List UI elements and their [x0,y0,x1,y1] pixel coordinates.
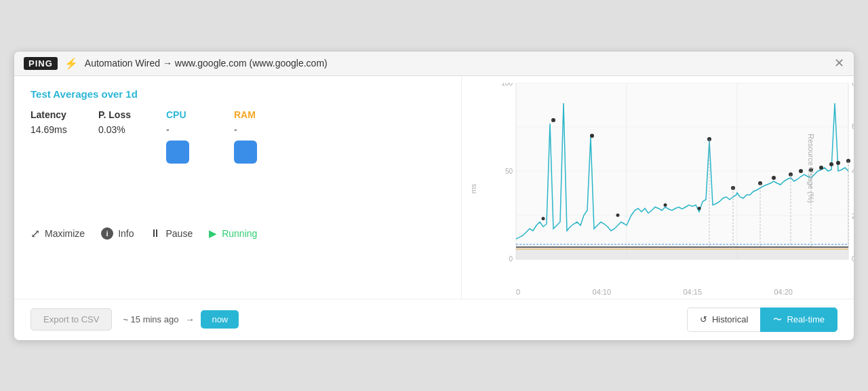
arrow-icon: → [185,314,194,324]
ploss-value: 0.03% [98,124,166,135]
period-label: 1d [125,88,138,100]
ping-badge: PING [24,57,58,70]
cpu-swatch-col[interactable] [166,141,234,166]
maximize-icon: ⤢ [31,227,40,241]
titlebar: PING ⚡ Automation Wired → www.google.com… [14,52,854,76]
latency-header: Latency [31,109,98,120]
time-ago-label: ~ 15 mins ago [123,314,178,324]
svg-text:0: 0 [509,255,513,263]
svg-point-33 [542,217,545,220]
close-button[interactable]: ✕ [834,57,844,69]
ram-header: RAM [234,109,302,120]
ram-value: - [234,124,302,135]
y-left-label: ms [469,183,477,193]
export-csv-button[interactable]: Export to CSV [31,308,112,331]
svg-text:40: 40 [852,168,854,175]
right-panel: ms Resource Usage (%) [462,76,854,299]
now-button[interactable]: now [201,310,239,329]
y-right-label: Resource Usage (%) [807,133,815,202]
main-window: PING ⚡ Automation Wired → www.google.com… [14,51,854,341]
svg-text:60: 60 [852,123,854,130]
svg-point-25 [772,176,776,180]
info-label: Info [118,228,134,239]
svg-text:20: 20 [852,212,854,220]
maximize-label: Maximize [45,228,85,239]
chart-svg: 100 50 0 80 60 40 20 0 [489,83,854,286]
running-button[interactable]: ▶ Running [209,227,257,240]
svg-point-27 [799,169,803,173]
chart-wrapper: ms Resource Usage (%) [489,83,813,299]
maximize-button[interactable]: ⤢ Maximize [31,227,85,241]
svg-text:100: 100 [501,83,513,87]
titlebar-title: Automation Wired → www.google.com (www.g… [85,58,827,69]
historical-label: Historical [712,314,748,324]
latency-value: 14.69ms [31,124,98,135]
pause-label: Pause [165,228,193,239]
svg-point-21 [590,134,594,138]
svg-point-31 [836,161,840,165]
realtime-icon: 〜 [773,314,782,326]
test-averages-title: Test Averages over 1d [31,88,445,100]
svg-text:0: 0 [852,255,854,263]
x-axis-labels: 0 04:10 04:15 04:20 [489,286,813,299]
swatches-row [31,141,445,166]
info-icon: i [101,227,113,240]
main-content: Test Averages over 1d Latency P. Loss CP… [14,76,854,299]
historical-icon: ↺ [700,314,707,324]
info-button[interactable]: i Info [101,227,134,240]
x-label-1: 04:10 [593,288,612,296]
lightning-icon: ⚡ [64,57,78,70]
cpu-header: CPU [166,109,234,120]
realtime-button[interactable]: 〜 Real-time [760,308,837,332]
cpu-value: - [166,124,234,135]
svg-rect-43 [516,248,848,259]
svg-point-36 [698,206,701,210]
running-icon: ▶ [209,227,217,240]
ploss-header: P. Loss [98,109,166,120]
stats-values: 14.69ms 0.03% - - [31,124,445,135]
x-label-0: 0 [516,288,520,296]
realtime-label: Real-time [787,314,825,324]
bottom-bar: Export to CSV ~ 15 mins ago → now ↺ Hist… [14,299,854,340]
svg-text:50: 50 [505,168,513,175]
time-nav: ~ 15 mins ago → now [123,310,239,329]
ram-color-swatch[interactable] [234,141,257,164]
svg-point-35 [664,203,667,206]
x-label-2: 04:15 [684,288,703,296]
left-panel: Test Averages over 1d Latency P. Loss CP… [14,76,462,299]
svg-point-34 [616,213,620,217]
pause-button[interactable]: ⏸ Pause [150,227,193,240]
x-label-3: 04:20 [774,288,793,296]
view-toggle: ↺ Historical 〜 Real-time [687,308,837,332]
pause-icon: ⏸ [150,227,161,240]
action-bar: ⤢ Maximize i Info ⏸ Pause ▶ Running [31,220,445,241]
svg-point-29 [819,166,823,170]
svg-point-20 [551,118,555,122]
ram-swatch-col[interactable] [234,141,302,166]
stats-headers: Latency P. Loss CPU RAM [31,109,445,120]
historical-button[interactable]: ↺ Historical [687,308,760,332]
svg-point-30 [829,162,833,166]
running-label: Running [222,228,257,239]
cpu-color-swatch[interactable] [166,141,189,164]
svg-text:80: 80 [852,83,854,87]
